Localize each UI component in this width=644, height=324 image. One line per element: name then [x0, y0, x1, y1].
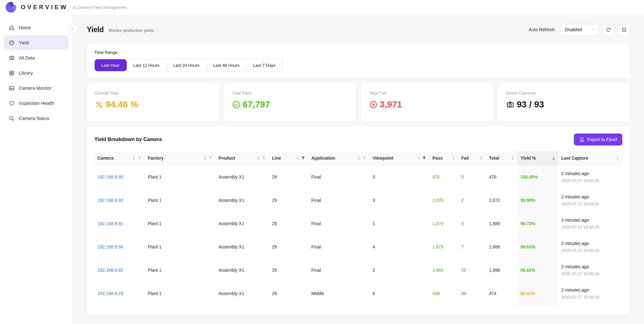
- camera-link[interactable]: 192.168.9.91: [97, 221, 123, 226]
- line-cell: 29: [269, 259, 308, 282]
- filter-icon[interactable]: [363, 156, 366, 160]
- time-range-button[interactable]: Last 7 Days: [247, 59, 282, 71]
- column-label: Total: [489, 156, 499, 161]
- sidebar-item[interactable]: Inspection Health: [4, 96, 68, 111]
- factory-cell: Plant 1: [145, 259, 215, 282]
- sidebar-collapse-button[interactable]: [68, 24, 77, 34]
- column-label: Viewpoint: [373, 156, 393, 161]
- pass-cell: 1,879: [429, 212, 458, 235]
- fullscreen-icon: [621, 27, 627, 32]
- column-label: Camera: [97, 156, 114, 161]
- total-cell: 2,072: [486, 189, 517, 212]
- sort-icon[interactable]: [616, 156, 619, 160]
- column-header[interactable]: Pass: [429, 151, 458, 165]
- sort-icon[interactable]: [552, 156, 555, 160]
- grid-icon: [8, 70, 15, 76]
- sort-icon[interactable]: [296, 156, 299, 160]
- table-row: 192.168.9.94 Plant 1 Assembly X1 29 Fina…: [94, 235, 622, 259]
- column-header[interactable]: Yield %: [517, 151, 558, 165]
- page-header: Yield Monitor production yields Auto Ref…: [87, 24, 630, 35]
- sidebar-item[interactable]: Camera Status: [4, 111, 68, 126]
- product-cell: Assembly X1: [215, 235, 269, 259]
- export-to-excel-button[interactable]: Export to Excel: [574, 134, 622, 145]
- sidebar-item[interactable]: Home: [4, 20, 68, 35]
- auto-refresh-label: Auto Refresh:: [529, 27, 556, 32]
- filter-icon[interactable]: [138, 156, 142, 160]
- sidebar-item[interactable]: All Data: [4, 50, 68, 65]
- total-cell: 474: [486, 282, 517, 305]
- column-header[interactable]: Application: [308, 151, 369, 165]
- column-header[interactable]: Product: [215, 151, 269, 165]
- column-header[interactable]: Line: [269, 151, 308, 165]
- time-range-group: Last Hour Last 12 Hours Last 24 Hours La…: [94, 59, 283, 71]
- sidebar-item[interactable]: Camera Monitor: [4, 81, 68, 95]
- stat-card: Active Cameras 93 / 93: [498, 83, 630, 122]
- capture-timestamp: 2025-07-17 16:09:30: [561, 202, 619, 206]
- time-range-button[interactable]: Last 48 Hours: [207, 59, 247, 71]
- search-icon: [8, 115, 15, 122]
- time-range-button[interactable]: Last 12 Hours: [127, 59, 167, 71]
- sidebar-item-label: All Data: [19, 55, 35, 60]
- sort-icon[interactable]: [203, 156, 206, 160]
- column-label: Pass: [432, 156, 443, 161]
- filter-icon[interactable]: [422, 156, 426, 160]
- column-header[interactable]: Factory: [145, 151, 215, 165]
- table-row: 192.168.9.93 Plant 1 Assembly X1 29 Fina…: [94, 189, 622, 212]
- refresh-icon: [606, 27, 611, 32]
- percent-icon: [95, 100, 103, 109]
- camera-link[interactable]: 192.168.9.29: [97, 291, 123, 296]
- sort-icon[interactable]: [480, 156, 483, 160]
- capture-timestamp: 2025-07-17 16:00:34: [561, 271, 619, 276]
- x-circle-icon: [369, 100, 378, 109]
- last-capture-cell: 2 minutes ago 2025-07-17 16:00:34: [558, 259, 622, 282]
- stat-value: 93 / 93: [506, 99, 622, 110]
- fail-cell: 7: [458, 235, 486, 259]
- sidebar-item-label: Inspection Health: [19, 101, 54, 106]
- column-header[interactable]: Last Capture: [558, 151, 622, 165]
- sort-icon[interactable]: [358, 156, 360, 160]
- yield-value: 99.90%: [520, 198, 535, 203]
- fail-cell: 22: [458, 259, 486, 282]
- image-icon: [8, 85, 15, 91]
- sidebar-item-label: Camera Monitor: [19, 86, 52, 91]
- camera-link[interactable]: 192.168.9.92: [97, 268, 123, 273]
- column-header[interactable]: Camera: [94, 151, 145, 165]
- product-cell: Assembly X1: [215, 212, 269, 235]
- app-logo-icon[interactable]: [6, 2, 16, 13]
- sort-icon[interactable]: [511, 156, 514, 160]
- filter-icon[interactable]: [208, 156, 212, 160]
- yield-value: 98.83%: [520, 268, 535, 273]
- sidebar: Home Yield All Data Library Camera Monit…: [0, 14, 72, 324]
- column-header[interactable]: Viewpoint: [369, 151, 429, 165]
- camera-link[interactable]: 192.168.9.95: [97, 174, 123, 179]
- filter-icon[interactable]: [262, 156, 266, 160]
- camera-link[interactable]: 192.168.9.94: [97, 244, 123, 249]
- stat-value: 94.46 %: [95, 99, 211, 110]
- viewpoint-cell: 1: [369, 212, 429, 235]
- stats-row: Overall Yield 94.46 % Total Pass 67,797 …: [87, 83, 630, 122]
- line-cell: 29: [269, 235, 308, 259]
- viewpoint-cell: 5: [369, 165, 429, 189]
- sidebar-item[interactable]: Yield: [4, 35, 68, 50]
- sort-icon[interactable]: [452, 156, 455, 160]
- filter-icon[interactable]: [301, 156, 305, 160]
- time-range-button[interactable]: Last Hour: [95, 59, 127, 71]
- column-header[interactable]: Total: [486, 151, 517, 165]
- product-cell: Assembly X1: [215, 282, 269, 305]
- fullscreen-button[interactable]: [618, 24, 630, 36]
- table-row: 192.168.9.29 Plant 1 Assembly X1 29 Midd…: [94, 282, 622, 305]
- refresh-button[interactable]: [602, 24, 614, 36]
- column-header[interactable]: Fail: [458, 151, 486, 165]
- sort-icon[interactable]: [257, 156, 260, 160]
- time-range-button[interactable]: Last 24 Hours: [167, 59, 207, 71]
- product-cell: Assembly X1: [215, 259, 269, 282]
- capture-timestamp: 2025-07-17 16:00:30: [561, 178, 619, 183]
- application-cell: Final: [308, 212, 369, 235]
- topbar: OVERVIEW AI Camera Fleet Management: [0, 0, 644, 14]
- sort-icon[interactable]: [133, 156, 136, 160]
- camera-link[interactable]: 192.168.9.93: [97, 198, 123, 203]
- sort-icon[interactable]: [417, 156, 420, 160]
- sidebar-item[interactable]: Library: [4, 65, 68, 80]
- auto-refresh-select[interactable]: Disabled: [560, 24, 598, 36]
- column-label: Line: [272, 156, 281, 161]
